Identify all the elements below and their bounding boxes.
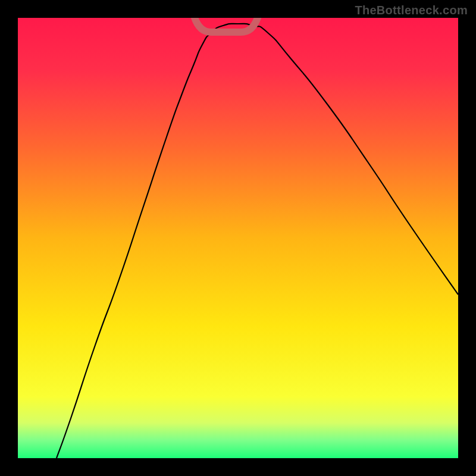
watermark-text: TheBottleneck.com [355,4,468,17]
chart-plot-area [18,18,458,458]
bottleneck-curve [18,18,458,458]
